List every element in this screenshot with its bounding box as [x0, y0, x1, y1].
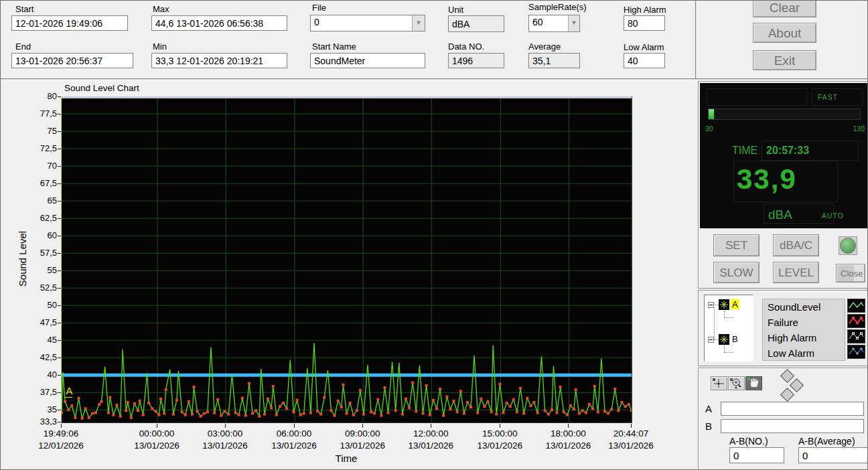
meter-unit: dBA	[768, 208, 792, 222]
ab-no-field[interactable]	[729, 447, 784, 463]
min-field[interactable]	[151, 53, 287, 68]
x-tick-date-label: 13/01/2026	[608, 441, 654, 451]
ab-average-field[interactable]	[798, 447, 868, 463]
y-tick-mark	[58, 166, 61, 167]
power-indicator-button[interactable]	[839, 236, 857, 255]
max-label: Max	[153, 4, 169, 14]
chevron-down-icon[interactable]: ▼	[568, 15, 579, 31]
tree-connector	[724, 317, 733, 318]
slow-button[interactable]: SLOW	[713, 262, 760, 283]
collapse-icon[interactable]	[708, 337, 714, 343]
y-tick-mark	[58, 114, 61, 114]
cursor-glyph-icon	[719, 299, 729, 310]
meter-bar-fill	[709, 109, 715, 119]
y-tick-label: 70	[1, 161, 57, 171]
y-tick-mark	[58, 218, 61, 219]
x-tick-mark	[294, 424, 295, 428]
high-alarm-line-icon[interactable]	[847, 329, 865, 343]
average-field	[528, 53, 580, 68]
cursor-a-label: A	[705, 403, 712, 414]
topbar: Start End Max Min File 0 ▼ Start Name Un…	[1, 1, 695, 78]
y-tick-mark	[58, 236, 61, 236]
close-button[interactable]: Close	[836, 264, 865, 283]
meter-groove	[707, 88, 807, 106]
x-tick-mark	[568, 424, 569, 428]
min-label: Min	[153, 42, 167, 52]
start-field[interactable]	[11, 15, 128, 31]
y-tick-mark	[58, 422, 61, 422]
x-tick-time-label: 19:49:06	[44, 428, 79, 439]
max-field[interactable]	[151, 15, 287, 31]
x-tick-mark	[61, 424, 62, 428]
about-button[interactable]: About	[753, 23, 816, 43]
tree-connector	[714, 309, 715, 339]
legend-item-soundlevel[interactable]: SoundLevel	[768, 299, 820, 315]
low-alarm-line-icon[interactable]	[847, 345, 865, 359]
x-tick-mark	[631, 424, 632, 428]
nav-down-diamond[interactable]	[780, 388, 794, 402]
y-tick-label: 35	[1, 404, 57, 414]
sample-rate-combobox[interactable]: 60 ▼	[528, 15, 580, 32]
nav-right-diamond[interactable]	[790, 378, 804, 392]
average-label: Average	[528, 42, 561, 52]
collapse-icon[interactable]	[708, 302, 714, 308]
y-tick-label: 45	[1, 335, 57, 345]
soundlevel-line-icon[interactable]	[847, 299, 865, 313]
legend-item-high-alarm[interactable]: High Alarm	[768, 330, 816, 345]
cursor-b-field[interactable]	[721, 419, 864, 433]
x-tick-time-label: 06:00:00	[277, 428, 312, 439]
y-tick-mark	[58, 375, 61, 376]
failure-line-icon[interactable]	[847, 314, 865, 328]
legend-item-low-alarm[interactable]: Low Alarm	[768, 345, 814, 361]
start-name-field[interactable]	[310, 53, 425, 68]
high-alarm-field[interactable]	[624, 15, 665, 31]
y-tick-mark	[58, 270, 61, 271]
meter-range-mode: AUTO	[822, 212, 844, 220]
crosshair-tool-button[interactable]	[711, 376, 727, 390]
y-tick-mark	[58, 358, 61, 358]
tree-connector	[724, 352, 733, 353]
meter-scale-max: 130	[853, 125, 865, 133]
x-tick-date-label: 13/01/2026	[271, 441, 317, 451]
x-tick-date-label: 13/01/2026	[546, 441, 591, 451]
x-tick-date-label: 13/01/2026	[409, 441, 454, 451]
y-tick-mark	[58, 253, 61, 254]
readout-frame: A B A-B(NO.) A-B(Average)	[698, 368, 868, 470]
exit-button[interactable]: Exit	[753, 50, 816, 70]
file-combobox[interactable]: 0 ▼	[310, 15, 425, 31]
y-tick-mark	[58, 131, 61, 132]
y-tick-mark	[58, 340, 61, 341]
x-axis-label: Time	[336, 453, 358, 464]
cursor-a-field[interactable]	[721, 402, 864, 416]
diamond-pad-icon[interactable]	[771, 370, 806, 402]
meter-scale-min: 30	[705, 125, 713, 133]
x-tick-time-label: 15:00:00	[482, 428, 518, 439]
chart-panel: Sound Level Chart Sound Level A Time 807…	[1, 80, 696, 470]
tree-connector	[724, 311, 725, 317]
dba-c-button[interactable]: dBA/C	[773, 234, 819, 256]
tree-node-a[interactable]: A	[731, 299, 739, 309]
meter-time-value: 20:57:33	[766, 145, 809, 157]
soundmeter-app-window: Start End Max Min File 0 ▼ Start Name Un…	[0, 0, 868, 470]
y-tick-mark	[58, 149, 61, 149]
low-alarm-label: Low Alarm	[624, 42, 664, 52]
nav-up-diamond[interactable]	[780, 369, 794, 383]
chart-canvas: A	[62, 96, 632, 422]
pan-tool-button[interactable]	[745, 376, 762, 390]
set-button[interactable]: SET	[713, 234, 760, 256]
y-tick-label: 72,5	[1, 143, 57, 153]
clear-button[interactable]: Clear	[753, 0, 816, 17]
chevron-down-icon[interactable]: ▼	[412, 15, 425, 31]
end-label: End	[15, 42, 31, 52]
end-field[interactable]	[11, 53, 133, 68]
x-tick-mark	[500, 424, 500, 428]
low-alarm-field[interactable]	[624, 53, 665, 68]
plot-area[interactable]: A	[61, 96, 632, 423]
legend-item-failure[interactable]: Failure	[768, 315, 798, 330]
file-label: File	[312, 3, 326, 13]
zoom-tool-button[interactable]	[728, 376, 745, 390]
ab-no-label: A-B(NO.)	[729, 436, 768, 447]
x-tick-time-label: 20:44:07	[613, 428, 649, 439]
tree-node-b[interactable]: B	[731, 334, 739, 344]
level-button[interactable]: LEVEL	[773, 262, 819, 283]
